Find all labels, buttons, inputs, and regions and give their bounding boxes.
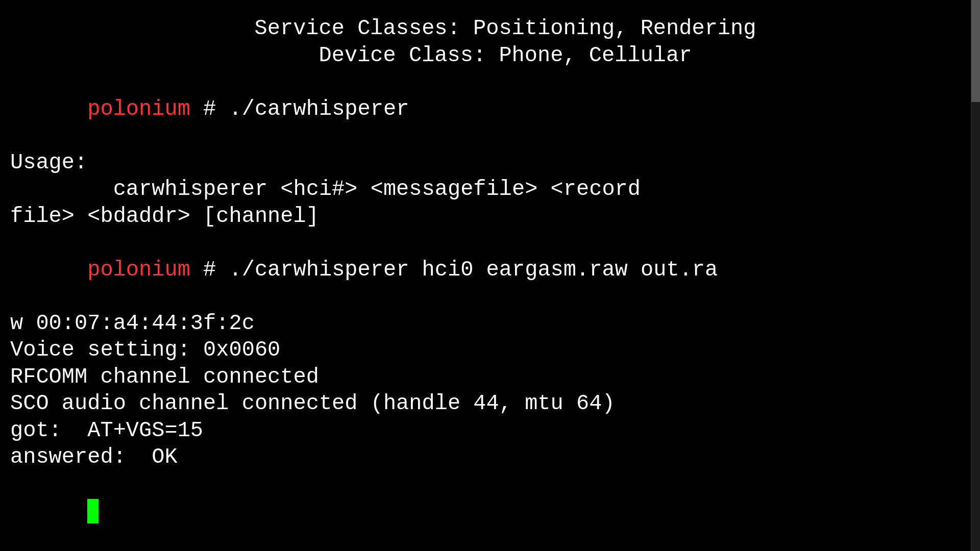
- prompt-label-1: polonium: [87, 97, 190, 121]
- line-cursor: [10, 471, 960, 552]
- cmd-carwhisperer2: ./carwhisperer hci0 eargasm.raw out.ra: [229, 258, 718, 282]
- line-syntax1: carwhisperer <hci#> <messagefile> <recor…: [10, 176, 960, 203]
- terminal-cursor: [87, 499, 99, 523]
- line-answered-ok: answered: OK: [10, 444, 960, 471]
- line-device-class: Device Class: Phone, Cellular: [10, 42, 960, 69]
- line-prompt-carwhisperer2: polonium # ./carwhisperer hci0 eargasm.r…: [10, 230, 960, 310]
- cmd-carwhisperer: ./carwhisperer: [229, 97, 409, 121]
- scrollbar-thumb[interactable]: [971, 0, 980, 102]
- prompt-hash-2: #: [190, 258, 229, 282]
- prompt-hash-1: #: [190, 97, 229, 121]
- line-got-at-vgs: got: AT+VGS=15: [10, 417, 960, 444]
- line-syntax2: file> <bdaddr> [channel]: [10, 203, 960, 230]
- line-bdaddr: w 00:07:a4:44:3f:2c: [10, 310, 960, 337]
- line-service-classes: Service Classes: Positioning, Rendering: [10, 15, 960, 42]
- line-prompt-carwhisperer: polonium # ./carwhisperer: [10, 69, 960, 149]
- line-usage: Usage:: [10, 149, 960, 177]
- prompt-label-2: polonium: [87, 258, 190, 282]
- terminal-content: Service Classes: Positioning, Rendering …: [10, 15, 970, 551]
- line-rfcomm-connected: RFCOMM channel connected: [10, 364, 960, 391]
- scrollbar[interactable]: [971, 0, 980, 551]
- line-voice-setting: Voice setting: 0x0060: [10, 337, 960, 364]
- line-sco-connected: SCO audio channel connected (handle 44, …: [10, 390, 960, 417]
- terminal-window: Service Classes: Positioning, Rendering …: [0, 0, 980, 551]
